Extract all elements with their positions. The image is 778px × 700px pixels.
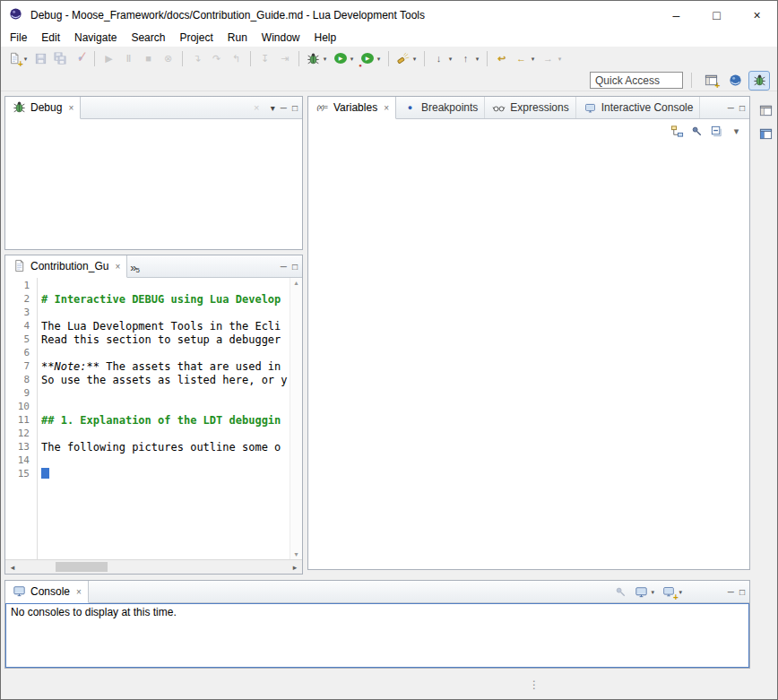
tab-expressions[interactable]: Expressions <box>485 97 575 118</box>
tab-label: Variables <box>333 101 377 114</box>
scroll-down-arrow-icon[interactable]: ▾ <box>294 550 298 558</box>
scroll-right-arrow-icon[interactable]: ▸ <box>288 563 302 572</box>
scroll-left-arrow-icon[interactable]: ◂ <box>5 563 20 572</box>
sash-drag-handle[interactable]: ⋮ <box>529 678 540 691</box>
minimize-view-button[interactable]: ─ <box>728 587 734 597</box>
show-logical-structures-button[interactable] <box>669 123 686 140</box>
menu-file[interactable]: File <box>3 30 34 46</box>
new-wizard-button[interactable]: +▾ <box>4 48 30 68</box>
editor-text-area[interactable]: # Interactive DEBUG using Lua Develop Th… <box>41 278 290 559</box>
close-tab-icon[interactable]: × <box>115 262 120 272</box>
next-annotation-button[interactable]: ↓▾ <box>429 48 455 68</box>
quick-access-input[interactable]: Quick Access <box>590 72 683 89</box>
right-stack-tabbar: (x)=Variables×●BreakpointsExpressionsInt… <box>308 97 749 119</box>
lua-tools-perspective-button[interactable] <box>724 71 746 91</box>
scroll-up-arrow-icon[interactable]: ▴ <box>294 279 298 287</box>
toolbar-separator <box>182 51 183 66</box>
debug-button[interactable]: ▾ <box>304 48 330 68</box>
vars-badge-icon: (x)= <box>315 100 330 116</box>
view-menu-button[interactable]: ▾ <box>271 103 275 113</box>
scrollbar-thumb[interactable] <box>56 562 108 572</box>
toolbar-separator <box>424 51 425 66</box>
editor-horizontal-scrollbar[interactable]: ◂ ▸ <box>5 559 302 574</box>
breakpoint-icon: ● <box>402 100 418 116</box>
restore-minimized-view-1-button[interactable] <box>757 102 774 119</box>
minimize-view-button[interactable]: ─ <box>281 262 287 272</box>
step-return-icon: ↰ <box>229 51 244 66</box>
run-coverage-button[interactable]: ▶●▾ <box>358 48 384 68</box>
monitor-sm-icon <box>583 100 598 116</box>
menu-help[interactable]: Help <box>307 30 344 46</box>
display-selected-console-button[interactable]: ▾ <box>633 583 657 601</box>
skip-icon: ●∕ <box>73 51 88 66</box>
sphere-blue-icon <box>728 73 743 88</box>
editor-vertical-scrollbar[interactable]: ▴ ▾ <box>290 278 302 559</box>
minimize-view-button[interactable]: ─ <box>281 103 287 113</box>
menu-edit[interactable]: Edit <box>34 30 67 46</box>
main-toolbar: +▾●∕▶‖■⊗↴↷↰↧⇥▾▶▾▶●▾▾↓▾↑▾↩←▾→▾ <box>1 47 777 70</box>
code-line: The Lua Development Tools in the Ecli <box>41 320 290 333</box>
last-edit-location-button[interactable]: ↩ <box>492 48 511 68</box>
search-button[interactable]: ▾ <box>393 48 419 68</box>
editor-tabbar: Contribution_Gu × » 5 ─ □ <box>5 255 302 278</box>
tab-breakpoints[interactable]: ●Breakpoints <box>396 97 485 118</box>
collapseall-icon <box>709 124 724 139</box>
minimize-view-button[interactable]: ─ <box>728 103 734 113</box>
back-button[interactable]: ←▾ <box>512 48 538 68</box>
editor-overflow-chevron[interactable]: » 5 <box>127 255 144 277</box>
line-number: 4 <box>5 320 37 333</box>
run-button[interactable]: ▶▾ <box>331 48 357 68</box>
debug-perspective-button[interactable] <box>748 71 770 91</box>
restore-minimized-view-2-button[interactable] <box>757 125 774 143</box>
pane-blue-icon <box>758 126 774 142</box>
collapse-all-button[interactable] <box>708 123 725 140</box>
tab-console[interactable]: Console × <box>5 581 89 603</box>
debug-view: Debug × × ▾ ─ □ <box>4 96 303 250</box>
open-perspective-button[interactable]: + <box>700 71 722 91</box>
tab-debug[interactable]: Debug × <box>5 97 81 119</box>
window-minimize-button[interactable]: – <box>656 1 696 29</box>
line-number: 2 <box>5 293 37 307</box>
scrollbar-track[interactable] <box>20 560 288 574</box>
debug-view-content[interactable] <box>5 119 302 249</box>
maximize-view-button[interactable]: □ <box>292 103 298 113</box>
variables-content[interactable] <box>308 143 749 569</box>
maximize-view-button[interactable]: □ <box>739 587 745 597</box>
menu-navigate[interactable]: Navigate <box>67 30 124 46</box>
pin-icon <box>613 584 628 600</box>
menu-window[interactable]: Window <box>255 30 307 46</box>
menu-project[interactable]: Project <box>172 30 220 46</box>
gray-x-icon: × <box>249 100 264 116</box>
previous-annotation-button[interactable]: ↑▾ <box>456 48 482 68</box>
close-tab-icon[interactable]: × <box>384 103 389 113</box>
menu-search[interactable]: Search <box>124 30 172 46</box>
menu-run[interactable]: Run <box>220 30 255 46</box>
window-close-button[interactable]: × <box>737 1 777 29</box>
line-number: 6 <box>5 347 37 360</box>
terminate-button: ■ <box>139 48 158 68</box>
tab-interactive-console[interactable]: Interactive Console <box>576 97 701 118</box>
close-tab-icon[interactable]: × <box>68 103 73 113</box>
console-content[interactable]: No consoles to display at this time. <box>5 603 749 668</box>
tab-label: Breakpoints <box>421 101 478 114</box>
window-maximize-button[interactable]: □ <box>696 1 737 29</box>
pin-view-button[interactable] <box>688 123 705 140</box>
tab-contribution-guide[interactable]: Contribution_Gu × <box>5 255 127 278</box>
maximize-view-button[interactable]: □ <box>739 103 745 113</box>
step-over-icon: ↷ <box>209 51 224 66</box>
maximize-view-button[interactable]: □ <box>292 262 298 272</box>
open-console-button[interactable]: +▾ <box>661 583 685 601</box>
run-icon: ▶ <box>333 51 348 66</box>
last-edit-icon: ↩ <box>494 51 509 66</box>
prev-annot-icon: ↑ <box>458 51 473 66</box>
code-line: ## 1. Explanation of the LDT debuggin <box>41 414 290 428</box>
code-line <box>41 387 290 401</box>
toolbar-separator <box>691 73 692 88</box>
tab-variables[interactable]: (x)=Variables× <box>308 97 396 119</box>
drop-frame-icon: ↧ <box>257 51 272 66</box>
close-tab-icon[interactable]: × <box>76 587 82 597</box>
view-menu-button[interactable]: ▾ <box>728 123 745 140</box>
variables-view-stack: (x)=Variables×●BreakpointsExpressionsInt… <box>307 96 750 570</box>
save-all-button <box>51 48 70 68</box>
bug-icon <box>306 51 321 66</box>
